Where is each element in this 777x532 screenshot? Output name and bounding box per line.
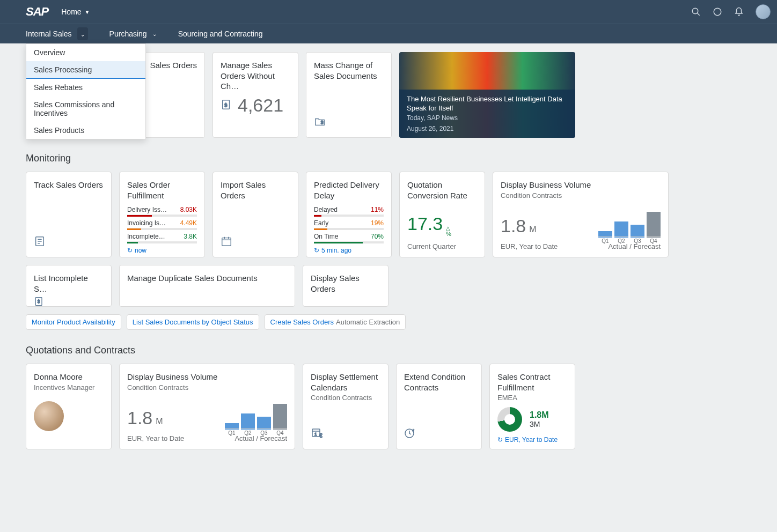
person-name: Donna Moore [34, 372, 104, 382]
tile-business-volume-2[interactable]: Display Business Volume Condition Contra… [119, 364, 295, 449]
folder-money-icon: $ [314, 116, 326, 130]
bar-chart [598, 210, 661, 238]
subnav-label: Purchasing [109, 29, 147, 38]
home-dropdown[interactable]: Home ▼ [61, 8, 90, 16]
tile-title: Manage Sales Orders Without Ch… [221, 60, 290, 92]
section-quotations-title: Quotations and Contracts [26, 345, 751, 356]
tile-import-sales-orders[interactable]: Import Sales Orders [212, 172, 298, 257]
tile-settlement-calendars[interactable]: Display Settlement Calendars Condition C… [303, 364, 388, 449]
dropdown-overview[interactable]: Overview [26, 44, 145, 61]
user-avatar[interactable] [756, 4, 771, 19]
tile-title: Manage Duplicate Sales Documents [127, 273, 287, 284]
svg-line-1 [697, 13, 700, 16]
tile-title: Display Business Volume [501, 180, 661, 190]
svg-text:$: $ [224, 102, 227, 107]
search-icon[interactable] [691, 7, 701, 17]
sap-logo: SAP [26, 5, 48, 19]
refresh-icon: ↻ [314, 247, 319, 254]
donut-value-secondary: 3M [530, 420, 549, 428]
kpi-value: 1.8 [127, 408, 152, 428]
caret-down-icon: ▼ [85, 9, 90, 15]
link-monitor-availability[interactable]: Monitor Product Availability [26, 314, 121, 330]
dropdown-sales-rebates[interactable]: Sales Rebates [26, 79, 145, 96]
news-source: Today, SAP News [407, 114, 568, 122]
svg-point-2 [714, 8, 721, 16]
fulfillment-list: Delivery Iss…8.03K Invoicing Is…4.49K In… [127, 205, 197, 243]
chevron-down-icon: ⌄ [152, 31, 157, 37]
svg-text:1: 1 [314, 432, 317, 437]
document-money-icon: $ [34, 296, 104, 309]
refresh-link[interactable]: ↻ now [127, 247, 197, 254]
tile-caption-right: Actual / Forecast [608, 242, 661, 250]
news-date: August 26, 2021 [407, 125, 568, 132]
chevron-down-icon: ⌄ [77, 27, 88, 40]
dropdown-sales-processing[interactable]: Sales Processing [26, 61, 145, 79]
document-money-icon: $ [221, 99, 232, 113]
internal-sales-dropdown: Overview Sales Processing Sales Rebates … [26, 43, 146, 139]
tile-subtitle: Condition Contracts [311, 394, 380, 402]
person-avatar-icon [34, 401, 64, 431]
tile-business-volume[interactable]: Display Business Volume Condition Contra… [493, 172, 669, 257]
news-tile[interactable]: The Most Resilient Businesses Let Intell… [399, 52, 575, 138]
tile-track-sales-orders[interactable]: Track Sales Orders [26, 172, 112, 257]
kpi-unit: M [156, 417, 163, 426]
subnav: Internal Sales ⌄ Purchasing ⌄ Sourcing a… [0, 24, 777, 43]
refresh-link[interactable]: ↻ 5 min. ago [314, 247, 384, 254]
tile-title: Predicted Delivery Delay [314, 180, 384, 201]
kpi-value: 1.8 [501, 216, 526, 237]
calendar-euro-icon: 1€ [311, 426, 324, 441]
dropdown-sales-commissions[interactable]: Sales Commissions and Incentives [26, 96, 145, 122]
tile-display-sales-orders[interactable]: Display Sales Orders [303, 265, 388, 307]
svg-text:$: $ [38, 299, 40, 304]
section-monitoring-title: Monitoring [26, 153, 751, 164]
tile-mass-change[interactable]: Mass Change of Sales Documents $ [306, 52, 392, 138]
tile-subtitle: Condition Contracts [127, 383, 287, 391]
tile-subtitle: Condition Contracts [501, 191, 661, 200]
tile-person[interactable]: Donna Moore Incentives Manager [26, 364, 112, 449]
link-create-sales-orders[interactable]: Create Sales OrdersAutomatic Extraction [265, 314, 406, 330]
svg-point-0 [692, 8, 698, 14]
tile-predicted-delivery[interactable]: Predicted Delivery Delay Delayed11% Earl… [306, 172, 392, 257]
tile-list-incomplete[interactable]: List Incomplete S… $ [26, 265, 112, 307]
dropdown-sales-products[interactable]: Sales Products [26, 122, 145, 139]
refresh-icon: ↻ [127, 247, 133, 254]
tile-caption-right: Actual / Forecast [234, 434, 287, 442]
tile-title: Sales Contract Fulfillment [497, 372, 567, 393]
link-row: Monitor Product Availability List Sales … [26, 314, 751, 330]
tile-title: Display Business Volume [127, 372, 287, 382]
subnav-sourcing[interactable]: Sourcing and Contracting [178, 29, 263, 38]
svg-rect-10 [222, 238, 231, 246]
tile-extend-contracts[interactable]: Extend Condition Contracts [396, 364, 482, 449]
copilot-icon[interactable] [713, 7, 722, 17]
tile-title: List Incomplete S… [34, 273, 104, 294]
news-headline: The Most Resilient Businesses Let Intell… [407, 95, 568, 113]
subnav-label: Sourcing and Contracting [178, 29, 263, 38]
tile-title: Quotation Conversion Rate [407, 180, 477, 201]
subnav-internal-sales[interactable]: Internal Sales ⌄ [26, 27, 88, 40]
delivery-list: Delayed11% Early19% On Time70% [314, 205, 384, 243]
link-list-by-status[interactable]: List Sales Documents by Object Status [127, 314, 259, 330]
donut-value-primary: 1.8M [530, 410, 549, 420]
tile-title: Sales Order Fulfillment [127, 180, 197, 201]
calendar-icon [221, 235, 232, 249]
shell-header: SAP Home ▼ [0, 0, 777, 24]
subnav-purchasing[interactable]: Purchasing ⌄ [109, 29, 157, 38]
tile-subtitle: EMEA [497, 394, 567, 402]
refresh-link[interactable]: ↻ EUR, Year to Date [497, 436, 558, 444]
person-role: Incentives Manager [34, 383, 104, 391]
tile-quotation-conversion[interactable]: Quotation Conversion Rate 17.3 △ % Curre… [399, 172, 485, 257]
donut-chart [497, 407, 522, 432]
bell-icon[interactable] [734, 7, 744, 17]
svg-text:€: € [319, 433, 322, 439]
bar-chart [225, 402, 287, 430]
tile-manage-no-charge[interactable]: Manage Sales Orders Without Ch… $ 4,621 [212, 52, 298, 138]
list-icon [34, 235, 46, 249]
tile-sales-order-fulfillment[interactable]: Sales Order Fulfillment Delivery Iss…8.0… [119, 172, 205, 257]
tile-manage-duplicate[interactable]: Manage Duplicate Sales Documents [119, 265, 295, 307]
tile-title: Track Sales Orders [34, 180, 104, 190]
kpi-value: 17.3 [407, 213, 443, 234]
home-label: Home [61, 8, 81, 16]
subnav-label: Internal Sales [26, 29, 72, 38]
tile-sales-contract-fulfillment[interactable]: Sales Contract Fulfillment EMEA 1.8M 3M … [489, 364, 575, 449]
tile-title: Display Sales Orders [311, 273, 380, 294]
